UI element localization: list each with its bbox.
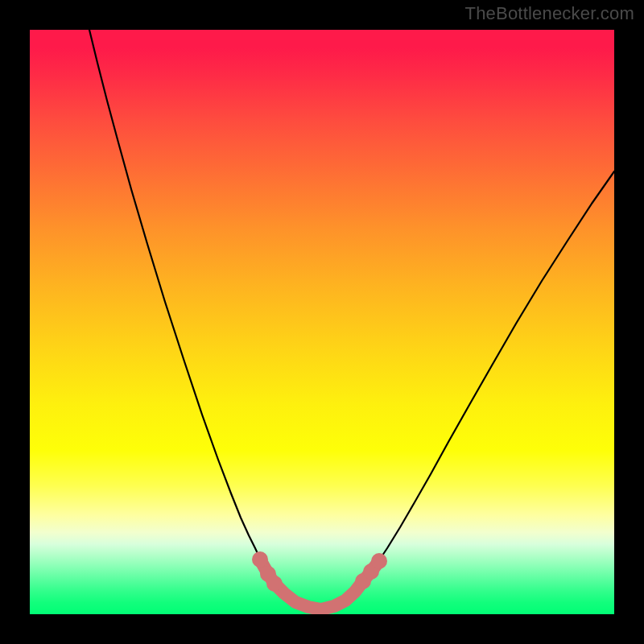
chart-svg	[30, 30, 614, 614]
marker-dot	[266, 576, 283, 592]
marker-dot	[371, 553, 387, 569]
marker-dot	[252, 551, 268, 568]
marker-dots	[252, 551, 387, 592]
plot-area	[30, 30, 614, 614]
chart-frame: TheBottlenecker.com	[0, 0, 644, 644]
bottleneck-curve	[89, 30, 614, 609]
watermark-text: TheBottlenecker.com	[465, 3, 634, 24]
